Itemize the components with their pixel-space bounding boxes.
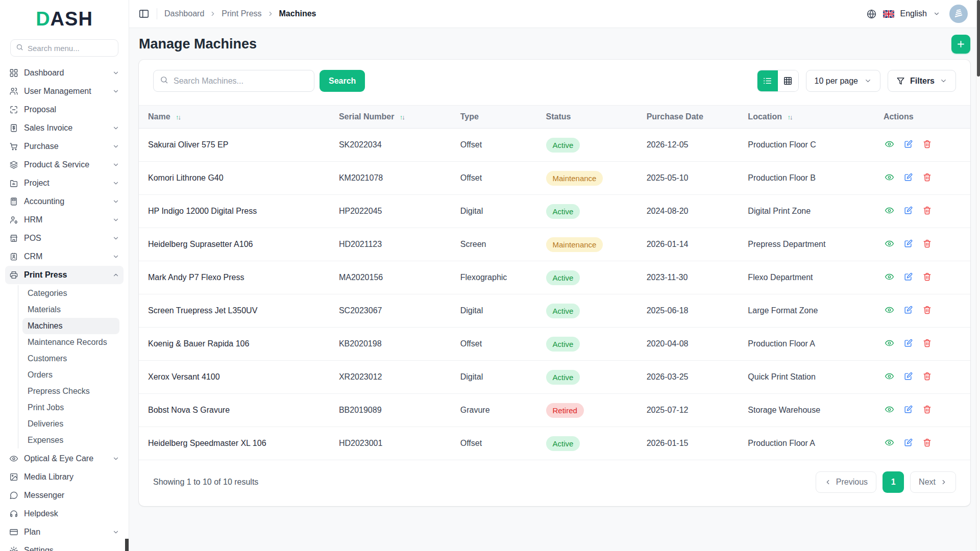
delete-button[interactable] bbox=[921, 338, 934, 350]
sidebar-item-helpdesk[interactable]: Helpdesk bbox=[5, 505, 124, 523]
layers-icon bbox=[9, 160, 18, 169]
delete-button[interactable] bbox=[921, 238, 934, 251]
view-button[interactable] bbox=[884, 205, 896, 217]
globe-icon[interactable] bbox=[866, 9, 877, 19]
page-1-button[interactable]: 1 bbox=[883, 471, 904, 493]
sidebar-item-user-management[interactable]: User Management bbox=[5, 82, 124, 101]
trash-icon bbox=[922, 338, 932, 349]
filters-label: Filters bbox=[910, 77, 935, 86]
column-header-name[interactable]: Name ↑↓ bbox=[139, 106, 332, 129]
topbar-left: Dashboard Print Press Machines bbox=[138, 8, 316, 19]
sidebar-search-input[interactable] bbox=[28, 44, 113, 53]
edit-button[interactable] bbox=[902, 404, 915, 416]
per-page-select[interactable]: 10 per page bbox=[806, 70, 880, 92]
edit-button[interactable] bbox=[902, 139, 915, 151]
sidebar-scrollbar-thumb[interactable] bbox=[125, 539, 129, 551]
breadcrumb-dashboard[interactable]: Dashboard bbox=[164, 9, 204, 18]
edit-button[interactable] bbox=[902, 238, 915, 251]
delete-button[interactable] bbox=[921, 305, 934, 317]
view-button[interactable] bbox=[884, 238, 896, 251]
sidebar-subitem-materials[interactable]: Materials bbox=[22, 302, 119, 318]
edit-button[interactable] bbox=[902, 205, 915, 217]
delete-button[interactable] bbox=[921, 271, 934, 284]
brand-logo-d: D bbox=[36, 8, 50, 30]
edit-button[interactable] bbox=[902, 338, 915, 350]
table-head: Name ↑↓Serial Number ↑↓TypeStatusPurchas… bbox=[139, 106, 970, 129]
sidebar-subitem-prepress-checks[interactable]: Prepress Checks bbox=[22, 383, 119, 399]
view-button[interactable] bbox=[884, 371, 896, 383]
delete-button[interactable] bbox=[921, 205, 934, 217]
delete-button[interactable] bbox=[921, 139, 934, 151]
sidebar-subitem-categories[interactable]: Categories bbox=[22, 285, 119, 302]
edit-button[interactable] bbox=[902, 371, 915, 383]
sidebar-subitem-customers[interactable]: Customers bbox=[22, 350, 119, 367]
delete-button[interactable] bbox=[921, 172, 934, 184]
page-scrollbar[interactable] bbox=[976, 0, 980, 551]
sidebar-subitem-print-jobs[interactable]: Print Jobs bbox=[22, 399, 119, 416]
sidebar-item-proposal[interactable]: Proposal bbox=[5, 101, 124, 119]
sidebar-item-label: Sales Invoice bbox=[24, 123, 107, 133]
sidebar-item-label: Dashboard bbox=[24, 68, 107, 78]
view-button[interactable] bbox=[884, 305, 896, 317]
sidebar-item-optical-eye-care[interactable]: Optical & Eye Care bbox=[5, 449, 124, 468]
page-scrollbar-thumb[interactable] bbox=[977, 0, 980, 77]
status-badge: Active bbox=[546, 304, 580, 318]
sidebar-subitem-machines[interactable]: Machines bbox=[22, 318, 119, 334]
sidebar-item-accounting[interactable]: Accounting bbox=[5, 192, 124, 211]
sidebar-item-crm[interactable]: CRM bbox=[5, 247, 124, 266]
sidebar-item-project[interactable]: Project bbox=[5, 174, 124, 192]
sidebar-item-hrm[interactable]: HRM bbox=[5, 211, 124, 229]
delete-button[interactable] bbox=[921, 437, 934, 449]
sidebar-item-purchase[interactable]: Purchase bbox=[5, 137, 124, 156]
sidebar-item-settings[interactable]: Settings bbox=[5, 541, 124, 551]
view-button[interactable] bbox=[884, 172, 896, 184]
previous-page-button[interactable]: Previous bbox=[816, 471, 876, 493]
sidebar-subitem-orders[interactable]: Orders bbox=[22, 367, 119, 383]
edit-button[interactable] bbox=[902, 172, 915, 184]
view-button[interactable] bbox=[884, 271, 896, 284]
sidebar: DASH DashboardUser ManagementProposalSal… bbox=[0, 0, 129, 551]
edit-button[interactable] bbox=[902, 271, 915, 284]
cell-type: Digital bbox=[453, 195, 539, 228]
language-label[interactable]: English bbox=[900, 9, 927, 18]
view-button[interactable] bbox=[884, 404, 896, 416]
cell-purchase-date: 2020-04-08 bbox=[640, 328, 741, 361]
sidebar-item-product-service[interactable]: Product & Service bbox=[5, 156, 124, 174]
sidebar-item-media-library[interactable]: Media Library bbox=[5, 468, 124, 486]
sidebar-item-sales-invoice[interactable]: Sales Invoice bbox=[5, 119, 124, 137]
sidebar-item-pos[interactable]: POS bbox=[5, 229, 124, 247]
sidebar-subitem-maintenance-records[interactable]: Maintenance Records bbox=[22, 334, 119, 350]
sidebar-item-messenger[interactable]: Messenger bbox=[5, 486, 124, 505]
search-button[interactable]: Search bbox=[320, 70, 365, 92]
cell-actions bbox=[876, 162, 970, 195]
cell-status: Active bbox=[539, 361, 640, 394]
add-machine-button[interactable] bbox=[951, 35, 970, 54]
sidebar-item-dashboard[interactable]: Dashboard bbox=[5, 64, 124, 82]
filters-button[interactable]: Filters bbox=[888, 70, 956, 92]
grid-view-button[interactable] bbox=[778, 70, 798, 91]
next-page-button[interactable]: Next bbox=[910, 471, 956, 493]
sidebar-item-print-press[interactable]: Print Press bbox=[5, 266, 124, 284]
uk-flag-icon bbox=[883, 10, 894, 18]
delete-button[interactable] bbox=[921, 371, 934, 383]
view-button[interactable] bbox=[884, 139, 896, 151]
column-header-serial-number[interactable]: Serial Number ↑↓ bbox=[332, 106, 453, 129]
topbar: Dashboard Print Press Machines English bbox=[129, 0, 980, 28]
status-badge: Retired bbox=[546, 403, 584, 418]
avatar[interactable] bbox=[949, 5, 968, 23]
sidebar-toggle-icon[interactable] bbox=[138, 8, 150, 19]
view-button[interactable] bbox=[884, 437, 896, 449]
machine-search-input[interactable] bbox=[174, 77, 308, 86]
breadcrumb-print-press[interactable]: Print Press bbox=[222, 9, 261, 18]
column-header-location[interactable]: Location ↑↓ bbox=[741, 106, 876, 129]
edit-button[interactable] bbox=[902, 437, 915, 449]
view-button[interactable] bbox=[884, 338, 896, 350]
edit-button[interactable] bbox=[902, 305, 915, 317]
topbar-right: English bbox=[866, 5, 968, 23]
chevron-down-icon[interactable] bbox=[933, 10, 940, 17]
delete-button[interactable] bbox=[921, 404, 934, 416]
sidebar-item-plan[interactable]: Plan bbox=[5, 523, 124, 541]
sidebar-subitem-expenses[interactable]: Expenses bbox=[22, 432, 119, 448]
list-view-button[interactable] bbox=[757, 70, 778, 91]
sidebar-subitem-deliveries[interactable]: Deliveries bbox=[22, 416, 119, 432]
